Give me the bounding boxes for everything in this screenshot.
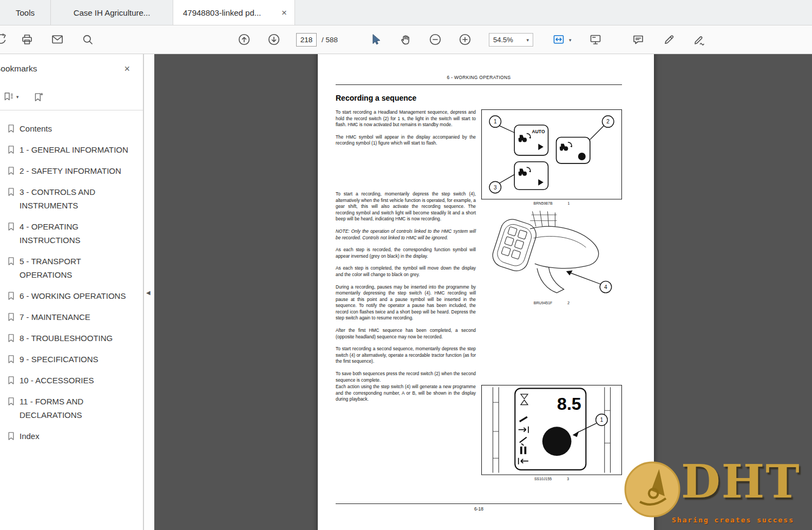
add-bookmark-icon <box>33 91 44 102</box>
email-icon <box>51 33 64 46</box>
figure-code: BRN5987B <box>534 201 553 205</box>
search-button[interactable] <box>80 32 95 47</box>
sidebar-item-working-operations[interactable]: 6 - WORKING OPERATIONS <box>6 285 129 306</box>
bookmark-options-button[interactable]: ▾ <box>3 91 19 102</box>
figure-column: AUTO <box>481 109 622 481</box>
plus-circle-icon <box>459 33 472 46</box>
monitor-icon <box>589 33 602 46</box>
fill-sign-button[interactable] <box>662 32 677 47</box>
paragraph: After the first HMC sequence has been co… <box>336 328 476 340</box>
callout-2: 2 <box>606 119 610 125</box>
panel-splitter[interactable]: ◀ <box>143 54 154 530</box>
main-toolbar: / 588 54.5% ▾ ▾ <box>0 25 812 54</box>
paragraph: Each action using the step switch (4) wi… <box>336 384 476 403</box>
hand-tool-button[interactable] <box>398 32 413 47</box>
figure-number: 2 <box>567 301 569 305</box>
bookmarks-panel-header: Bookmarks × <box>0 54 143 83</box>
sidebar-item-operating-instructions[interactable]: 4 - OPERATING INSTRUCTIONS <box>6 216 129 251</box>
bookmark-icon <box>6 312 16 322</box>
email-button[interactable] <box>50 32 65 47</box>
signature-pen-icon <box>693 33 706 46</box>
sidebar-item-index[interactable]: Index <box>6 426 129 447</box>
zoom-out-button[interactable] <box>428 32 443 47</box>
display-settings-button[interactable] <box>588 32 603 47</box>
tab-document-1[interactable]: Case IH Agriculture... <box>51 0 173 25</box>
bookmark-icon <box>6 166 16 175</box>
search-icon <box>81 33 94 46</box>
figure2-illustration: 4 <box>481 208 622 300</box>
chevron-down-icon: ▾ <box>526 37 529 43</box>
document-canvas[interactable]: 6 - WORKING OPERATIONS Recording a seque… <box>154 54 812 530</box>
tab-tools-label: Tools <box>16 8 35 17</box>
tab-document-1-label: Case IH Agriculture... <box>74 8 150 17</box>
dht-logo-icon <box>624 461 680 518</box>
print-icon <box>21 33 34 46</box>
paragraph: During a recording, pauses may be insert… <box>336 284 476 322</box>
arrow-up-circle-icon <box>238 33 251 46</box>
section-title: Recording a sequence <box>336 94 622 102</box>
sidebar-item-safety-information[interactable]: 2 - SAFETY INFORMATION <box>6 160 129 181</box>
tab-bar: Tools Case IH Agriculture... 47948803-li… <box>0 0 812 25</box>
bookmark-icon <box>6 291 16 300</box>
minus-circle-icon <box>429 33 442 46</box>
share-button[interactable] <box>0 32 9 47</box>
watermark-tagline: Sharing creates success <box>672 516 794 524</box>
sign-button[interactable] <box>692 32 707 47</box>
sidebar-item-general-information[interactable]: 1 - GENERAL INFORMATION <box>6 139 129 160</box>
paragraph: The HMC symbol will appear in the displa… <box>336 134 476 147</box>
bookmarks-toolbar: ▾ <box>0 83 143 110</box>
share-icon <box>0 33 8 46</box>
figure3-illustration: 8.5 <box>481 385 622 475</box>
figure-display: 8.5 <box>481 385 622 481</box>
add-bookmark-button[interactable] <box>33 91 44 102</box>
bookmark-options-icon <box>3 91 14 102</box>
sidebar-item-contents[interactable]: Contents <box>6 118 129 139</box>
sidebar-item-accessories[interactable]: 10 - ACCESSORIES <box>6 370 129 391</box>
page-separator: / <box>322 36 324 44</box>
tab-tools[interactable]: Tools <box>0 0 51 25</box>
paragraph: As each step is recorded, the correspond… <box>336 247 476 259</box>
comment-button[interactable] <box>631 32 646 47</box>
previous-page-button[interactable] <box>237 32 252 47</box>
close-tab-icon[interactable]: × <box>281 8 287 17</box>
sidebar-item-specifications[interactable]: 9 - SPECIFICATIONS <box>6 349 129 370</box>
bookmarks-panel: Bookmarks × ▾ Contents <box>0 54 143 530</box>
bookmark-icon <box>6 222 16 231</box>
page-number-footer: 6-18 <box>336 506 622 512</box>
sidebar-item-maintenance[interactable]: 7 - MAINTENANCE <box>6 306 129 328</box>
collapse-panel-icon[interactable]: ◀ <box>146 289 150 295</box>
figure-number: 1 <box>568 201 570 205</box>
figure-code: SS10J155 <box>534 477 552 481</box>
running-header: 6 - WORKING OPERATIONS <box>336 75 622 80</box>
sidebar-item-troubleshooting[interactable]: 8 - TROUBLESHOOTING <box>6 328 129 349</box>
sidebar-item-forms-and-declarations[interactable]: 11 - FORMS AND DECLARATIONS <box>6 391 129 426</box>
close-panel-icon[interactable]: × <box>124 63 130 75</box>
chevron-down-icon: ▾ <box>16 94 19 100</box>
sidebar-item-transport-operations[interactable]: 5 - TRANSPORT OPERATIONS <box>6 251 129 285</box>
bookmarks-panel-title: Bookmarks <box>0 64 37 74</box>
pdf-reader-window: Tools Case IH Agriculture... 47948803-li… <box>0 0 812 530</box>
figure-record-switches: AUTO <box>481 109 622 205</box>
comment-icon <box>632 33 645 46</box>
select-tool-button[interactable] <box>368 32 383 47</box>
bookmark-icon <box>6 145 16 154</box>
bookmark-icon <box>6 257 16 266</box>
callout-4: 4 <box>604 284 607 290</box>
bookmark-icon <box>6 333 16 343</box>
bookmark-icon <box>6 376 16 385</box>
bookmark-icon <box>6 355 16 364</box>
tab-document-2[interactable]: 47948803-linked pd... × <box>173 0 295 25</box>
next-page-button[interactable] <box>266 32 281 47</box>
print-button[interactable] <box>19 32 35 47</box>
paragraph: To start recording a second sequence, mo… <box>336 346 476 365</box>
zoom-in-button[interactable] <box>457 32 473 47</box>
figure-number: 3 <box>567 477 569 481</box>
fit-options-chevron-icon[interactable]: ▾ <box>569 37 572 43</box>
page-number-input[interactable] <box>296 33 317 47</box>
sidebar-item-controls-and-instruments[interactable]: 3 - CONTROLS AND INSTRUMENTS <box>6 181 129 216</box>
fit-width-button[interactable] <box>551 32 566 47</box>
auto-label: AUTO <box>532 129 545 134</box>
figure-code: BRU9451F <box>534 301 553 305</box>
zoom-select[interactable]: 54.5% ▾ <box>489 33 533 47</box>
figure-armrest: 4 BRU9451F 2 <box>481 208 622 305</box>
